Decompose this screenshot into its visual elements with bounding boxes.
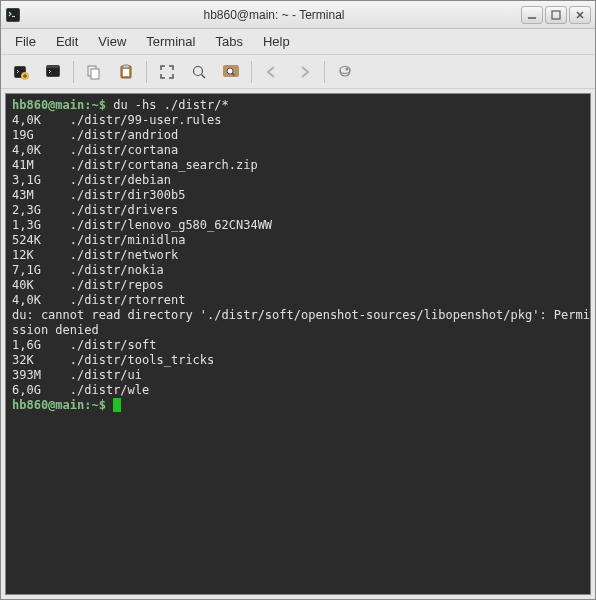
output-line: ssion denied xyxy=(12,323,99,337)
cursor xyxy=(113,398,121,412)
svg-point-24 xyxy=(340,66,350,73)
maximize-button[interactable] xyxy=(545,6,567,24)
menu-tabs[interactable]: Tabs xyxy=(205,31,252,52)
output-line: 12K ./distr/network xyxy=(12,248,178,262)
svg-rect-0 xyxy=(6,8,20,22)
svg-rect-17 xyxy=(123,65,129,68)
output-line: 32K ./distr/tools_tricks xyxy=(12,353,214,367)
output-line: 1,6G ./distr/soft xyxy=(12,338,157,352)
output-line: 6,0G ./distr/wle xyxy=(12,383,149,397)
menu-terminal[interactable]: Terminal xyxy=(136,31,205,52)
menu-file[interactable]: File xyxy=(5,31,46,52)
output-line: 3,1G ./distr/debian xyxy=(12,173,171,187)
toolbar-separator xyxy=(251,61,252,83)
toolbar-separator xyxy=(146,61,147,83)
menu-help[interactable]: Help xyxy=(253,31,300,52)
svg-rect-7 xyxy=(14,66,26,78)
paste-button[interactable] xyxy=(112,59,140,85)
svg-rect-14 xyxy=(88,66,96,76)
prompt: hb860@main:~$ xyxy=(12,98,113,112)
menubar: File Edit View Terminal Tabs Help xyxy=(1,29,595,55)
svg-rect-21 xyxy=(223,65,239,77)
next-tab-button[interactable] xyxy=(290,59,318,85)
output-line: 4,0K ./distr/99-user.rules xyxy=(12,113,222,127)
window-controls xyxy=(521,6,591,24)
svg-point-19 xyxy=(194,66,203,75)
minimize-button[interactable] xyxy=(521,6,543,24)
find-button[interactable] xyxy=(217,59,245,85)
svg-rect-4 xyxy=(552,11,560,19)
copy-button[interactable] xyxy=(80,59,108,85)
terminal-app-icon xyxy=(5,7,21,23)
output-line: 4,0K ./distr/rtorrent xyxy=(12,293,185,307)
svg-line-6 xyxy=(577,12,583,18)
svg-rect-16 xyxy=(121,66,131,78)
svg-rect-8 xyxy=(15,67,25,77)
terminal-container: hb860@main:~$ du -hs ./distr/* 4,0K ./di… xyxy=(1,89,595,599)
output-line: 43M ./distr/dir300b5 xyxy=(12,188,185,202)
svg-line-5 xyxy=(577,12,583,18)
svg-line-23 xyxy=(232,73,235,76)
output-line: 2,3G ./distr/drivers xyxy=(12,203,178,217)
window-title: hb860@main: ~ - Terminal xyxy=(27,8,521,22)
zoom-button[interactable] xyxy=(185,59,213,85)
svg-rect-1 xyxy=(7,9,19,21)
menu-edit[interactable]: Edit xyxy=(46,31,88,52)
fullscreen-button[interactable] xyxy=(153,59,181,85)
output-line: 40K ./distr/repos xyxy=(12,278,164,292)
svg-rect-13 xyxy=(47,68,59,76)
prompt: hb860@main:~$ xyxy=(12,398,113,412)
terminal-window: hb860@main: ~ - Terminal File Edit View … xyxy=(0,0,596,600)
svg-point-22 xyxy=(227,68,233,74)
output-line: 19G ./distr/andriod xyxy=(12,128,178,142)
command: du -hs ./distr/* xyxy=(113,98,229,112)
preferences-button[interactable] xyxy=(331,59,359,85)
toolbar-separator xyxy=(324,61,325,83)
close-button[interactable] xyxy=(569,6,591,24)
svg-rect-12 xyxy=(46,65,60,77)
titlebar[interactable]: hb860@main: ~ - Terminal xyxy=(1,1,595,29)
new-window-button[interactable] xyxy=(39,59,67,85)
toolbar xyxy=(1,55,595,89)
menu-view[interactable]: View xyxy=(88,31,136,52)
svg-point-9 xyxy=(21,72,29,80)
toolbar-separator xyxy=(73,61,74,83)
output-line: du: cannot read directory './distr/soft/… xyxy=(12,308,590,322)
terminal-output[interactable]: hb860@main:~$ du -hs ./distr/* 4,0K ./di… xyxy=(5,93,591,595)
output-line: 41M ./distr/cortana_search.zip xyxy=(12,158,258,172)
svg-line-20 xyxy=(202,74,206,78)
output-line: 524K ./distr/minidlna xyxy=(12,233,185,247)
svg-point-25 xyxy=(346,67,349,70)
prev-tab-button[interactable] xyxy=(258,59,286,85)
output-line: 4,0K ./distr/cortana xyxy=(12,143,178,157)
output-line: 393M ./distr/ui xyxy=(12,368,142,382)
svg-rect-15 xyxy=(91,69,99,79)
output-line: 1,3G ./distr/lenovo_g580_62CN34WW xyxy=(12,218,272,232)
svg-rect-18 xyxy=(123,69,129,76)
output-line: 7,1G ./distr/nokia xyxy=(12,263,164,277)
new-tab-button[interactable] xyxy=(7,59,35,85)
